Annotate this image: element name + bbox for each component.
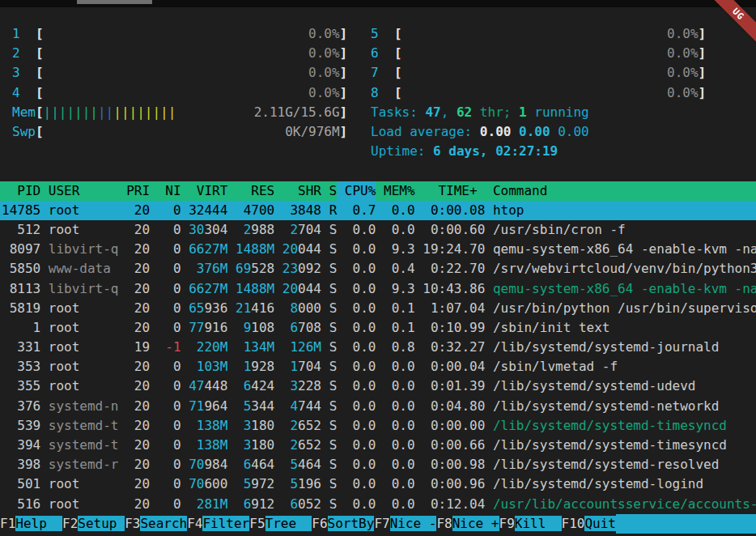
cell-shr-lo: 3848 — [290, 202, 321, 218]
window-tab-sliver[interactable] — [77, 0, 152, 4]
cell-shr-hi: 6 — [282, 320, 298, 335]
fkey-button-f9[interactable]: F9Kill — [499, 514, 562, 534]
process-row[interactable]: 353 root 20 0 103M 1928 1704 S 0.0 0.0 0… — [0, 357, 756, 376]
fkey-button-f3[interactable]: F3Search — [125, 514, 187, 534]
fkey-button-f1[interactable]: F1Help — [0, 514, 62, 534]
fkey-action-label: SortBy — [328, 516, 375, 531]
process-row[interactable]: 501 root 20 0 70600 5972 5196 S 0.0 0.0 … — [0, 474, 756, 494]
tasks-line-segment: , — [441, 104, 457, 120]
cell-res-hi: 6 — [236, 496, 251, 512]
fkey-label: F5 — [249, 516, 265, 531]
process-row[interactable]: 8113 libvirt-q 20 0 6627M 1488M 20044 S … — [0, 279, 756, 299]
cell-res-lo: 180 — [251, 418, 274, 433]
cell-ni: 0 — [158, 496, 181, 512]
cpu-meter-7: 7 [0.0%] — [371, 63, 706, 83]
fkey-label: F1 — [0, 516, 15, 531]
uptime-line-segment: 6 days, 02:27:19 — [433, 143, 558, 159]
cell-res-lo: 928 — [251, 359, 274, 374]
cell-user: libvirt-q — [49, 241, 126, 257]
cpu-meter-5: 5 [0.0%] — [371, 24, 706, 44]
cell-res-hi: 9 — [236, 320, 251, 335]
process-row[interactable]: 5819 root 20 0 65936 21416 8000 S 0.0 0.… — [0, 299, 756, 318]
fkey-button-f10[interactable]: F10Quit — [562, 514, 616, 534]
sep — [227, 476, 236, 491]
header-sort-cpu[interactable]: CPU% — [337, 181, 376, 201]
cell-command: /lib/systemd/systemd-timesyncd — [493, 418, 727, 433]
cell-time: 0:32.27 — [423, 339, 493, 355]
fkey-label: F7 — [374, 516, 389, 531]
bracket-close: ] — [340, 85, 348, 100]
process-row[interactable]: 398 systemd-r 20 0 70984 6464 5464 S 0.0… — [0, 455, 756, 474]
cell-res-hi: 6 — [236, 457, 251, 472]
process-row[interactable]: 376 systemd-n 20 0 71964 5344 4744 S 0.0… — [0, 397, 756, 416]
process-row[interactable]: 512 root 20 0 30304 2988 2704 S 0.0 0.0 … — [0, 220, 756, 240]
process-row[interactable]: 5850 www-data 20 0 376M 69528 23092 S 0.… — [0, 259, 756, 279]
bracket-open: [ — [394, 26, 402, 41]
header-columns-left[interactable]: PID USER PRI NI VIRT RES SHR S — [2, 181, 337, 201]
cell-res-lo: 180 — [251, 437, 274, 453]
cell-mem-pct: 0.0 — [384, 418, 423, 433]
cpu-meter-4: 4 [0.0%] — [12, 83, 347, 103]
meters-right-column: 5 [0.0%]6 [0.0%]7 [0.0%]8 [0.0%]Tasks: 4… — [371, 24, 706, 161]
fkey-button-f5[interactable]: F5Tree — [249, 514, 312, 534]
cell-pid: 516 — [2, 496, 49, 512]
cell-pri: 20 — [126, 281, 158, 296]
cell-command: /usr/bin/python /usr/bin/superviso — [493, 300, 756, 316]
mem-used-pipes: ||||||| — [44, 103, 98, 122]
cell-user: root — [49, 378, 126, 393]
cell-state: S — [321, 359, 345, 374]
cell-time: 0:22.70 — [423, 261, 493, 276]
cell-shr-hi: 2 — [282, 437, 298, 453]
tasks-line-segment: 62 — [457, 104, 472, 120]
process-row[interactable]: 355 root 20 0 47448 6424 3228 S 0.0 0.0 … — [0, 376, 756, 396]
fkey-action-label: Tree — [265, 516, 312, 531]
sep — [181, 398, 189, 414]
meter-bar: 0.0% — [44, 24, 340, 44]
cell-virt-hi: 77 — [189, 320, 204, 335]
cell-command: /lib/systemd/systemd-journald — [493, 339, 719, 355]
uptime-line: Uptime: 6 days, 02:27:19 — [371, 142, 706, 161]
cell-ni: 0 — [158, 476, 181, 491]
cell-virt-hi: 103M — [189, 359, 227, 374]
sep — [181, 241, 189, 257]
cpu-meter-2: 2 [0.0%] — [12, 44, 347, 63]
process-row[interactable]: 394 systemd-t 20 0 138M 3180 2652 S 0.0 … — [0, 436, 756, 455]
htop-terminal: 1 [0.0%]2 [0.0%]3 [0.0%]4 [0.0%]Mem[||||… — [0, 7, 756, 534]
cell-cpu-pct: 0.0 — [345, 281, 384, 296]
process-row[interactable]: 14785 root 20 0 32444 4700 3848 R 0.7 0.… — [0, 201, 756, 220]
cell-time: 0:12.04 — [423, 496, 493, 512]
process-row[interactable]: 539 systemd-t 20 0 138M 3180 2652 S 0.0 … — [0, 416, 756, 436]
sep — [181, 457, 189, 472]
meter-caption: 7 — [371, 65, 394, 80]
cell-pri: 20 — [126, 300, 158, 316]
process-row[interactable]: 516 root 20 0 281M 6912 6052 S 0.0 0.0 0… — [0, 495, 756, 514]
cell-shr-lo: 708 — [298, 320, 321, 335]
header-columns-right[interactable]: MEM% TIME+ Command — [376, 181, 547, 201]
cell-cpu-pct: 0.0 — [345, 398, 384, 414]
cell-virt-lo: 916 — [204, 320, 227, 335]
fkey-button-f6[interactable]: F6SortBy — [312, 514, 374, 534]
load-average-line-segment: 0.00 — [519, 124, 558, 139]
fkey-button-f2[interactable]: F2Setup — [62, 514, 125, 534]
cell-res-lo: 988 — [251, 222, 274, 237]
process-row[interactable]: 331 root 19 -1 220M 134M 126M S 0.0 0.8 … — [0, 338, 756, 357]
swp-meter: Swp[0K/976M] — [12, 122, 347, 142]
process-row[interactable]: 1 root 20 0 77916 9108 6708 S 0.0 0.1 0:… — [0, 318, 756, 338]
cell-pri: 20 — [126, 457, 158, 472]
fkey-button-f8[interactable]: F8Nice + — [436, 514, 499, 534]
bracket-close: ] — [340, 45, 348, 61]
fkey-button-f4[interactable]: F4Filter — [187, 514, 249, 534]
cell-pri: 20 — [126, 222, 158, 237]
sep — [227, 339, 236, 355]
fkey-action-label: Help — [15, 516, 62, 531]
sep — [181, 418, 189, 433]
meter-bar: 0.0% — [402, 44, 699, 63]
meters-panel: 1 [0.0%]2 [0.0%]3 [0.0%]4 [0.0%]Mem[||||… — [0, 24, 756, 161]
fkey-button-f7[interactable]: F7Nice - — [374, 514, 436, 534]
cell-command: qemu-system-x86_64 -enable-kvm -na — [493, 241, 756, 257]
process-row[interactable]: 8097 libvirt-q 20 0 6627M 1488M 20044 S … — [0, 240, 756, 259]
cell-res-hi: 1 — [236, 359, 251, 374]
sep — [227, 418, 236, 433]
cell-pid: 8097 — [2, 241, 49, 257]
cell-shr-lo: 228 — [298, 378, 321, 393]
